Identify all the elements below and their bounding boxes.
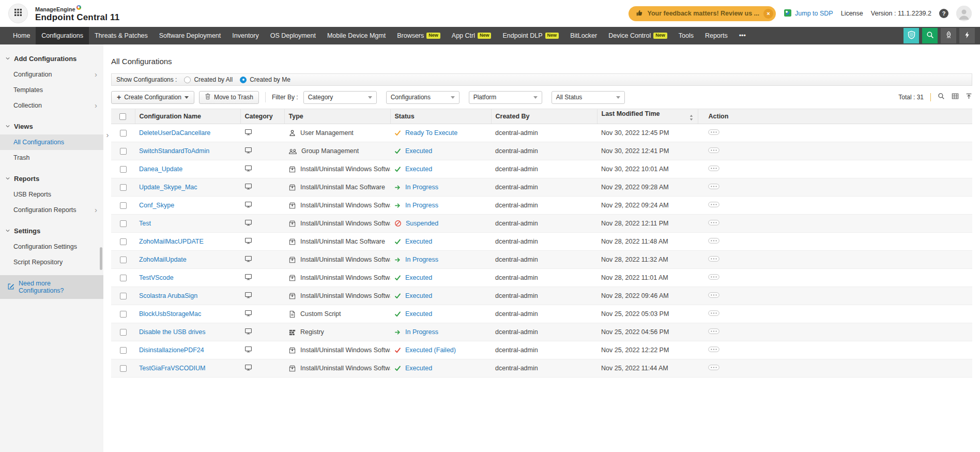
- row-checkbox[interactable]: [120, 130, 127, 137]
- sidebar-item[interactable]: Script Repository: [0, 254, 103, 270]
- status-link[interactable]: In Progress: [405, 202, 438, 209]
- row-checkbox[interactable]: [120, 220, 127, 227]
- quick-actions-button[interactable]: [959, 28, 975, 43]
- sidebar-item[interactable]: Trash: [0, 150, 103, 165]
- radio-option[interactable]: Created by Me: [240, 76, 290, 83]
- row-actions-button[interactable]: [708, 256, 719, 262]
- status-link[interactable]: Executed: [405, 238, 432, 245]
- nav-tab[interactable]: BitLocker: [564, 27, 603, 44]
- status-link[interactable]: Executed (Failed): [405, 346, 456, 354]
- filter-dropdown[interactable]: Platform: [469, 91, 542, 104]
- nav-tab[interactable]: Endpoint DLP New: [497, 27, 564, 44]
- row-actions-button[interactable]: [708, 328, 719, 334]
- sidebar-section-title[interactable]: Views: [0, 118, 103, 134]
- status-link[interactable]: Ready To Execute: [405, 129, 457, 137]
- configuration-name-link[interactable]: Disable the USB drives: [139, 328, 206, 336]
- column-chooser-button[interactable]: [952, 93, 959, 102]
- filter-dropdown[interactable]: Category: [303, 91, 377, 104]
- filter-dropdown[interactable]: Configurations: [386, 91, 460, 104]
- configuration-name-link[interactable]: BlockUsbStorageMac: [139, 310, 201, 318]
- create-configuration-button[interactable]: + Create Configuration: [111, 91, 194, 104]
- configuration-name-link[interactable]: ZohoMailMacUPDATE: [139, 238, 204, 245]
- sidebar-section-title[interactable]: Add Configurations: [0, 51, 103, 67]
- global-search-button[interactable]: [922, 28, 938, 43]
- row-actions-button[interactable]: [708, 202, 719, 207]
- row-checkbox[interactable]: [120, 184, 127, 191]
- sidebar-section-title[interactable]: Settings: [0, 223, 103, 239]
- jump-to-sdp-link[interactable]: Jump to SDP: [784, 9, 833, 19]
- row-actions-button[interactable]: [708, 184, 719, 189]
- nav-tab[interactable]: •••: [733, 27, 752, 44]
- filter-dropdown[interactable]: All Status: [552, 91, 625, 104]
- row-actions-button[interactable]: [708, 310, 719, 316]
- row-checkbox[interactable]: [120, 202, 127, 209]
- status-link[interactable]: Executed: [405, 365, 432, 372]
- sidebar-item[interactable]: Configuration Reports ›: [0, 202, 103, 218]
- status-link[interactable]: Executed: [405, 310, 432, 318]
- configuration-name-link[interactable]: ZohoMailUpdate: [139, 256, 187, 263]
- configuration-name-link[interactable]: Update_Skype_Mac: [139, 184, 197, 191]
- sidebar-item[interactable]: Configuration ›: [0, 67, 103, 82]
- configuration-name-link[interactable]: DisinstallazionePDF24: [139, 346, 204, 354]
- security-shield-button[interactable]: [904, 28, 919, 43]
- sidebar-item[interactable]: Collection ›: [0, 98, 103, 113]
- radio-icon[interactable]: [184, 77, 191, 83]
- status-link[interactable]: Executed: [405, 292, 432, 299]
- apps-menu-button[interactable]: [8, 4, 28, 23]
- getting-started-button[interactable]: [941, 28, 956, 43]
- row-checkbox[interactable]: [120, 257, 127, 263]
- need-more-configurations-link[interactable]: Need more Configurations?: [0, 275, 103, 299]
- row-checkbox[interactable]: [120, 166, 127, 173]
- radio-option[interactable]: Created by All: [184, 76, 233, 83]
- nav-tab[interactable]: Mobile Device Mgmt: [321, 27, 391, 44]
- license-link[interactable]: License: [841, 10, 863, 17]
- row-actions-button[interactable]: [708, 346, 719, 352]
- status-link[interactable]: Executed: [405, 165, 432, 173]
- sidebar-collapse-handle[interactable]: ›: [103, 126, 112, 143]
- row-actions-button[interactable]: [708, 129, 719, 135]
- move-to-trash-button[interactable]: Move to Trash: [199, 91, 259, 104]
- nav-tab[interactable]: Device Control New: [603, 27, 673, 44]
- nav-tab[interactable]: Configurations: [36, 27, 89, 44]
- row-actions-button[interactable]: [708, 147, 719, 153]
- nav-tab[interactable]: OS Deployment: [265, 27, 321, 44]
- row-checkbox[interactable]: [120, 311, 127, 318]
- configuration-name-link[interactable]: Conf_Skype: [139, 202, 174, 209]
- row-checkbox[interactable]: [120, 293, 127, 299]
- row-checkbox[interactable]: [120, 238, 127, 245]
- row-actions-button[interactable]: [708, 220, 719, 225]
- select-all-checkbox[interactable]: [119, 113, 126, 120]
- status-link[interactable]: In Progress: [405, 328, 438, 336]
- row-checkbox[interactable]: [120, 275, 127, 281]
- row-actions-button[interactable]: [708, 165, 719, 171]
- row-checkbox[interactable]: [120, 365, 127, 372]
- table-search-button[interactable]: [938, 93, 945, 102]
- nav-tab[interactable]: Home: [7, 27, 36, 44]
- status-link[interactable]: In Progress: [405, 256, 438, 263]
- status-link[interactable]: In Progress: [405, 184, 438, 191]
- row-actions-button[interactable]: [708, 238, 719, 244]
- feedback-close-button[interactable]: ×: [763, 9, 773, 19]
- nav-tab[interactable]: App Ctrl New: [446, 27, 497, 44]
- configuration-name-link[interactable]: DeleteUserDaCancellare: [139, 129, 210, 137]
- configuration-name-link[interactable]: Danea_Update: [139, 165, 182, 173]
- user-avatar[interactable]: [956, 6, 972, 21]
- row-actions-button[interactable]: [708, 292, 719, 298]
- configuration-name-link[interactable]: Scolastra ArubaSign: [139, 292, 197, 299]
- export-button[interactable]: [966, 93, 972, 102]
- sidebar-item[interactable]: USB Reports: [0, 187, 103, 202]
- status-link[interactable]: Executed: [405, 147, 432, 155]
- radio-icon[interactable]: [240, 77, 247, 83]
- feedback-banner[interactable]: Your feedback matters! Review us ... ×: [629, 6, 776, 21]
- configuration-name-link[interactable]: Test: [139, 220, 151, 227]
- row-checkbox[interactable]: [120, 329, 127, 336]
- row-checkbox[interactable]: [120, 347, 127, 354]
- sidebar-item[interactable]: Templates: [0, 82, 103, 98]
- sidebar-item[interactable]: All Configurations: [0, 134, 103, 150]
- sidebar-item[interactable]: Configuration Settings: [0, 239, 103, 254]
- row-actions-button[interactable]: [708, 274, 719, 280]
- nav-tab[interactable]: Tools: [673, 27, 699, 44]
- row-actions-button[interactable]: [708, 365, 719, 370]
- row-checkbox[interactable]: [120, 148, 127, 155]
- help-icon[interactable]: ?: [939, 9, 948, 18]
